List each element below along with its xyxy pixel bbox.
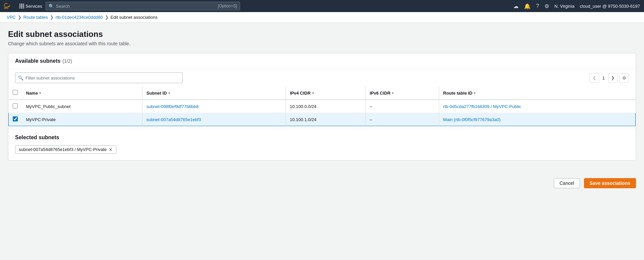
col-subnet-id-label: Subnet ID — [147, 91, 167, 96]
main-content: Edit subnet associations Change which su… — [0, 23, 644, 173]
breadcrumb: VPC ❯ Route tables ❯ rtb-01dec4234ce0ddd… — [0, 12, 644, 23]
card-title: Available subnets — [15, 58, 60, 64]
filter-input-wrap[interactable]: 🔍 — [15, 72, 183, 83]
row-ipv4: 10.100.1.0/24 — [286, 113, 365, 126]
table-row[interactable]: MyVPC-Private subnet-007a54d8765e1ebf3 1… — [9, 113, 636, 126]
row-route-table: Main (rtb-0f0f5cf977679a3a0) — [439, 113, 635, 126]
select-all-header[interactable] — [9, 87, 22, 100]
breadcrumb-sep-2: ❯ — [50, 15, 54, 20]
col-route-table-sort-icon[interactable]: ▿ — [474, 91, 475, 95]
nav-region[interactable]: N. Virginia — [554, 4, 575, 9]
search-shortcut: [Option+S] — [218, 4, 237, 8]
col-subnet-id-sort-icon[interactable]: ▿ — [168, 91, 170, 95]
page-number: 1 — [601, 75, 606, 81]
selected-items: subnet-007a54d8765e1ebf3 / MyVPC-Private… — [15, 145, 629, 154]
aws-logo[interactable]: aws — [4, 2, 16, 10]
prev-page-button[interactable]: ❮ — [590, 73, 599, 83]
col-ipv4-label: IPv4 CIDR — [290, 91, 311, 96]
col-name-sort-icon[interactable]: ▿ — [39, 91, 41, 95]
row-ipv6: – — [365, 113, 439, 126]
col-ipv4-header: IPv4 CIDR ▿ — [286, 87, 365, 100]
row-name: MyVPC_Public_subnet — [22, 100, 142, 113]
col-route-table-header: Route table ID ▿ — [439, 87, 635, 100]
col-route-table-label: Route table ID — [443, 91, 472, 96]
breadcrumb-sep-1: ❯ — [18, 15, 21, 20]
tag-remove-button[interactable]: ✕ — [109, 147, 113, 152]
card-count: (1/2) — [62, 58, 72, 64]
available-subnets-card: Available subnets (1/2) 🔍 ❮ 1 ❯ ⚙ — [8, 53, 636, 161]
nav-user[interactable]: cloud_user @ 9750-5030-6197 — [580, 4, 640, 9]
filter-bar: 🔍 ❮ 1 ❯ ⚙ — [8, 69, 636, 87]
card-header: Available subnets (1/2) — [8, 53, 636, 69]
subnet-id-link[interactable]: subnet-007a54d8765e1ebf3 — [147, 117, 201, 122]
filter-search-icon: 🔍 — [18, 75, 23, 81]
col-ipv6-header: IPv6 CIDR ▿ — [365, 87, 439, 100]
selected-subnets-section: Selected subnets subnet-007a54d8765e1ebf… — [8, 129, 636, 160]
tag-label: subnet-007a54d8765e1ebf3 / MyVPC-Private — [19, 147, 107, 152]
col-subnet-id-header: Subnet ID ▿ — [142, 87, 286, 100]
services-label: Services — [25, 4, 42, 9]
search-input[interactable] — [56, 4, 218, 9]
settings-icon[interactable]: ⚙ — [544, 3, 549, 9]
subnets-table: Name ▿ Subnet ID ▿ IPv4 — [8, 87, 636, 126]
svg-text:aws: aws — [4, 7, 8, 9]
col-ipv6-sort-icon[interactable]: ▿ — [392, 91, 394, 95]
page-description: Change which subnets are associated with… — [8, 41, 636, 46]
search-icon: 🔍 — [49, 4, 54, 9]
filter-input[interactable] — [25, 75, 180, 81]
breadcrumb-route-tables[interactable]: Route tables — [23, 15, 48, 20]
selected-tag: subnet-007a54d8765e1ebf3 / MyVPC-Private… — [15, 145, 116, 154]
cancel-button[interactable]: Cancel — [554, 178, 580, 188]
table-settings-button[interactable]: ⚙ — [620, 73, 629, 83]
col-ipv6-label: IPv6 CIDR — [370, 91, 391, 96]
breadcrumb-rtb[interactable]: rtb-01dec4234ce0ddd80 — [56, 15, 103, 20]
top-nav: aws Services 🔍 [Option+S] ☁ 🔔 ? ⚙ N. Vir… — [0, 0, 644, 12]
row-ipv4: 10.100.0.0/24 — [286, 100, 365, 113]
subnets-table-wrap: Name ▿ Subnet ID ▿ IPv4 — [8, 87, 636, 126]
row-route-table: rtb-0d5cda277fb166309 / MyVPC-Public — [439, 100, 635, 113]
save-associations-button[interactable]: Save associations — [584, 178, 636, 188]
breadcrumb-vpc[interactable]: VPC — [7, 15, 16, 20]
row-ipv6: – — [365, 100, 439, 113]
help-icon[interactable]: ? — [536, 3, 539, 9]
bell-icon[interactable]: 🔔 — [524, 3, 531, 9]
select-all-checkbox[interactable] — [13, 90, 18, 95]
row-subnet-id: subnet-098f0ef9df77b6bb8 — [142, 100, 286, 113]
cloud-icon[interactable]: ☁ — [513, 3, 519, 9]
row-checkbox[interactable] — [13, 103, 18, 108]
global-search[interactable]: 🔍 [Option+S] — [46, 2, 240, 10]
breadcrumb-sep-3: ❯ — [105, 15, 109, 20]
col-ipv4-sort-icon[interactable]: ▿ — [312, 91, 314, 95]
table-row[interactable]: MyVPC_Public_subnet subnet-098f0ef9df77b… — [9, 100, 636, 113]
pagination: ❮ 1 ❯ ⚙ — [590, 73, 629, 83]
row-checkbox-cell[interactable] — [9, 100, 22, 113]
row-name: MyVPC-Private — [22, 113, 142, 126]
row-checkbox[interactable] — [13, 116, 18, 121]
subnet-id-link[interactable]: subnet-098f0ef9df77b6bb8 — [147, 104, 198, 109]
breadcrumb-current: Edit subnet associations — [111, 15, 158, 20]
grid-icon — [19, 4, 24, 8]
col-name-header: Name ▿ — [22, 87, 142, 100]
selected-subnets-title: Selected subnets — [15, 135, 629, 141]
row-subnet-id: subnet-007a54d8765e1ebf3 — [142, 113, 286, 126]
route-table-link[interactable]: Main (rtb-0f0f5cf977679a3a0) — [443, 117, 501, 122]
page-title: Edit subnet associations — [8, 30, 636, 39]
action-bar: Cancel Save associations — [0, 173, 644, 194]
nav-right: ☁ 🔔 ? ⚙ N. Virginia cloud_user @ 9750-50… — [513, 3, 640, 9]
row-checkbox-cell[interactable] — [9, 113, 22, 126]
services-button[interactable]: Services — [19, 4, 42, 9]
col-name-label: Name — [26, 91, 38, 96]
next-page-button[interactable]: ❯ — [608, 73, 618, 83]
route-table-link[interactable]: rtb-0d5cda277fb166309 / MyVPC-Public — [443, 104, 521, 109]
